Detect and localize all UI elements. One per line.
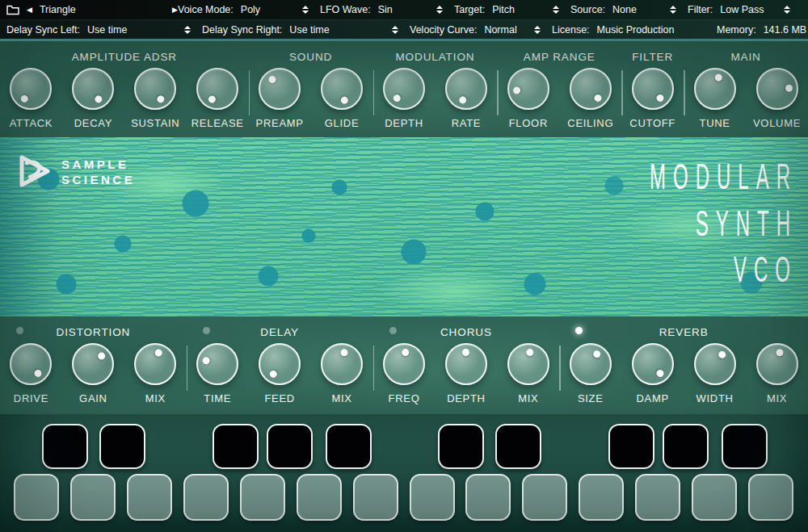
knob-control[interactable]	[72, 68, 114, 110]
knob-control[interactable]	[259, 343, 301, 385]
knob-control[interactable]	[134, 68, 176, 110]
knob-control[interactable]	[507, 343, 549, 385]
menu-item-source: Source:None	[570, 4, 676, 15]
menu-item-value[interactable]: Sin	[378, 4, 393, 15]
stepper-icon[interactable]	[184, 26, 191, 34]
stepper-up-icon[interactable]	[184, 26, 191, 29]
menu-item-value[interactable]: Poly	[241, 4, 260, 15]
knob-control[interactable]	[134, 343, 176, 385]
preset-next-icon[interactable]: ▶	[172, 6, 178, 14]
preset-prev-icon[interactable]: ◀	[27, 6, 32, 14]
black-key[interactable]	[326, 424, 372, 469]
stepper-icon[interactable]	[553, 6, 559, 14]
black-key[interactable]	[99, 424, 145, 469]
knob-control[interactable]	[632, 68, 674, 110]
black-key[interactable]	[663, 424, 709, 469]
knob-control[interactable]	[10, 68, 52, 110]
stepper-down-icon[interactable]	[302, 10, 309, 14]
section-amp-range: AMP RANGEFLOORCEILING	[497, 41, 621, 137]
folder-icon[interactable]	[6, 5, 19, 15]
stepper-down-icon[interactable]	[784, 10, 790, 14]
section-main: MAINTUNEVOLUME	[684, 41, 808, 137]
knob-control[interactable]	[383, 68, 425, 110]
menu-item-value[interactable]: Use time	[87, 24, 127, 36]
stepper-up-icon[interactable]	[436, 6, 443, 9]
stepper-down-icon[interactable]	[670, 10, 676, 14]
white-key[interactable]	[522, 474, 567, 521]
knob-control[interactable]	[507, 68, 549, 110]
knob-label: GAIN	[79, 392, 107, 404]
knob-control[interactable]	[10, 343, 52, 385]
stepper-down-icon[interactable]	[436, 10, 443, 14]
knob-control[interactable]	[196, 68, 238, 110]
knob-control[interactable]	[321, 68, 363, 110]
white-key[interactable]	[410, 474, 455, 521]
white-key[interactable]	[183, 474, 229, 521]
white-key[interactable]	[748, 474, 793, 521]
knob-label: DEPTH	[385, 117, 423, 129]
stepper-icon[interactable]	[534, 26, 541, 34]
stepper-icon[interactable]	[670, 6, 676, 14]
white-key[interactable]	[465, 474, 511, 521]
stepper-down-icon[interactable]	[184, 31, 191, 34]
white-key[interactable]	[692, 474, 737, 521]
menu-item-value[interactable]: Pitch	[492, 4, 515, 15]
white-key[interactable]	[635, 474, 680, 521]
white-key[interactable]	[14, 474, 59, 521]
menu-item-label: Memory:	[717, 24, 756, 36]
knob-control[interactable]	[756, 68, 798, 110]
menu-item-license: License:Music Production	[552, 24, 705, 36]
white-key[interactable]	[240, 474, 285, 521]
knob-control[interactable]	[694, 68, 736, 110]
black-key[interactable]	[438, 424, 484, 469]
stepper-down-icon[interactable]	[534, 31, 541, 34]
white-key[interactable]	[353, 474, 398, 521]
black-key[interactable]	[608, 424, 654, 469]
knob-control[interactable]	[570, 343, 612, 385]
menu-item-value[interactable]: None	[612, 4, 637, 15]
stepper-icon[interactable]	[784, 6, 790, 14]
black-key[interactable]	[495, 424, 541, 469]
knob-label: SIZE	[578, 392, 604, 404]
stepper-up-icon[interactable]	[553, 6, 559, 9]
stepper-down-icon[interactable]	[392, 31, 398, 34]
stepper-icon[interactable]	[436, 6, 443, 14]
black-key[interactable]	[42, 424, 88, 469]
knob-control[interactable]	[694, 343, 736, 385]
stepper-up-icon[interactable]	[784, 6, 790, 9]
white-key[interactable]	[579, 474, 624, 521]
knob-control[interactable]	[383, 343, 425, 385]
menu-item-value[interactable]: Normal	[484, 24, 516, 36]
stepper-up-icon[interactable]	[302, 6, 309, 9]
black-key[interactable]	[213, 424, 259, 469]
knob-control[interactable]	[756, 343, 798, 385]
preset-name[interactable]: Triangle	[40, 4, 165, 15]
knob-control[interactable]	[259, 68, 301, 110]
stepper-down-icon[interactable]	[553, 10, 559, 14]
black-key[interactable]	[267, 424, 313, 469]
menu-item-velocity-curve: Velocity Curve:Normal	[410, 24, 541, 36]
stepper-up-icon[interactable]	[670, 6, 676, 9]
knob-control[interactable]	[72, 343, 114, 385]
black-key[interactable]	[722, 424, 768, 469]
menu-item-value[interactable]: Music Production	[597, 24, 675, 36]
knob-control[interactable]	[570, 68, 612, 110]
white-key[interactable]	[297, 474, 342, 521]
white-key[interactable]	[127, 474, 172, 521]
white-key[interactable]	[70, 474, 116, 521]
menu-item-value[interactable]: Use time	[289, 24, 329, 36]
menu-item-value[interactable]: Low Pass	[720, 4, 764, 15]
knob-control[interactable]	[445, 343, 487, 385]
knob-control[interactable]	[445, 68, 487, 110]
knob-control[interactable]	[321, 343, 363, 385]
knob-control[interactable]	[632, 343, 674, 385]
stepper-icon[interactable]	[302, 6, 309, 14]
stepper-icon[interactable]	[392, 26, 398, 34]
menu-item-label: Filter:	[688, 4, 713, 15]
knob-control[interactable]	[196, 343, 238, 385]
knob-label: TUNE	[700, 117, 730, 129]
stepper-up-icon[interactable]	[534, 26, 541, 29]
menu-item-value[interactable]: 141.6 MB	[764, 24, 807, 36]
brand-logo-text: SAMPLE SCIENCE	[61, 157, 135, 188]
stepper-up-icon[interactable]	[392, 26, 398, 29]
